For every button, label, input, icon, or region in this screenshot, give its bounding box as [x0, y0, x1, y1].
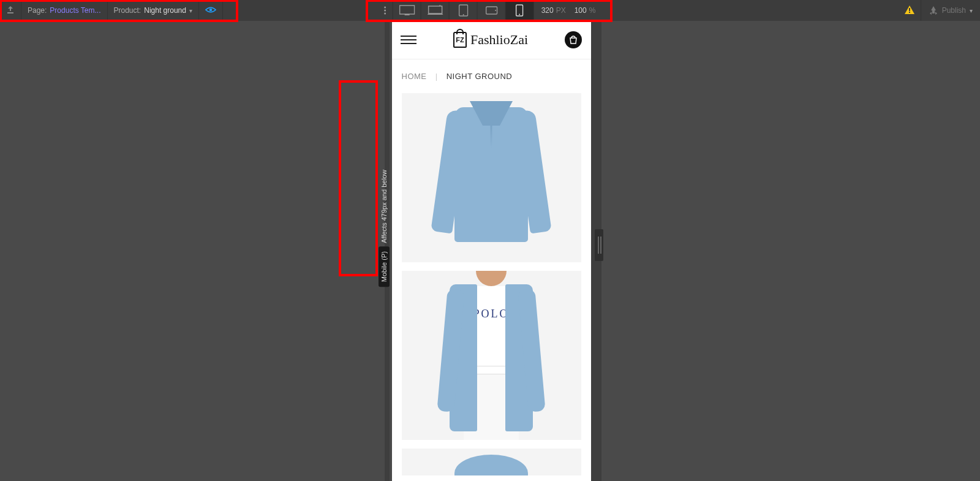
topbar-left-group: Page: Products Tem... Product: Night gro… [0, 0, 223, 21]
breakpoint-menu-button[interactable] [377, 0, 393, 21]
bag-icon [568, 36, 578, 44]
site-header: FZ FashlioZai [392, 21, 591, 59]
breakpoint-tablet[interactable] [450, 0, 478, 21]
rocket-icon [929, 6, 938, 15]
viewport-width-value: 320 [541, 6, 554, 15]
product-value: Night ground [144, 6, 186, 15]
upload-icon [6, 6, 15, 16]
breakpoint-name-badge: Mobile (P) [379, 246, 390, 287]
brand-mark-icon: FZ [453, 32, 467, 48]
breadcrumb-home-link[interactable]: HOME [402, 72, 427, 81]
breakpoint-desktop[interactable] [421, 0, 450, 21]
svg-point-10 [495, 10, 496, 11]
designer-topbar: Page: Products Tem... Product: Night gro… [0, 0, 980, 21]
chevron-down-icon: ▾ [970, 7, 973, 14]
breakpoint-indicator[interactable]: Affects 479px and below Mobile (P) [379, 166, 390, 287]
svg-point-1 [384, 7, 386, 9]
breadcrumb-current: NIGHT GROUND [447, 72, 513, 81]
viewport-width-unit: PX [556, 6, 566, 15]
eye-icon [205, 6, 216, 15]
publish-button[interactable]: Publish ▾ [921, 0, 980, 21]
breakpoint-affects-text: Affects 479px and below [379, 166, 390, 247]
tee-graphic-text: POLO [473, 308, 509, 320]
breadcrumb-separator: | [435, 72, 438, 81]
product-image-3[interactable] [402, 449, 581, 475]
svg-rect-14 [909, 12, 910, 13]
breadcrumb: HOME | NIGHT GROUND [392, 59, 591, 87]
hamburger-menu-button[interactable] [401, 36, 417, 44]
svg-point-12 [519, 14, 520, 15]
mobile-preview-frame: FZ FashlioZai HOME | NIGHT GROUND [392, 21, 591, 481]
page-value: Products Tem... [50, 6, 100, 15]
svg-point-8 [462, 14, 464, 15]
export-button[interactable] [0, 0, 21, 21]
brand-logo-link[interactable]: FZ FashlioZai [453, 32, 528, 48]
zoom-unit: % [589, 6, 596, 15]
breakpoint-switcher: 320 PX 100 % [377, 0, 603, 21]
svg-point-0 [209, 8, 213, 11]
svg-rect-13 [909, 8, 910, 11]
product-image-list: POLO [392, 87, 591, 475]
topbar-right-group: Publish ▾ [899, 0, 980, 21]
brand-name: FashlioZai [470, 32, 528, 48]
product-image-1[interactable] [402, 93, 581, 262]
model-illustration: POLO [430, 271, 552, 440]
design-canvas: Affects 479px and below Mobile (P) FZ Fa… [0, 21, 980, 481]
page-label: Page: [28, 6, 47, 15]
breakpoint-desktop-large[interactable] [393, 0, 421, 21]
canvas-resize-handle[interactable] [595, 229, 603, 261]
svg-rect-5 [404, 14, 409, 15]
warning-icon[interactable] [899, 6, 921, 16]
product-label: Product: [114, 6, 141, 15]
product-selector[interactable]: Product: Night ground ▾ [108, 0, 199, 21]
page-selector[interactable]: Page: Products Tem... [21, 0, 108, 21]
breakpoint-mobile-portrait[interactable] [506, 0, 534, 21]
chevron-down-icon: ▾ [189, 7, 192, 14]
svg-rect-6 [428, 6, 442, 13]
cardigan-illustration [436, 101, 546, 254]
svg-point-3 [384, 13, 386, 15]
breakpoint-mobile-landscape[interactable] [478, 0, 506, 21]
product-image-2[interactable]: POLO [402, 271, 581, 440]
preview-toggle[interactable] [199, 0, 223, 21]
svg-rect-4 [399, 6, 414, 14]
cart-button[interactable] [565, 31, 582, 48]
viewport-size-readout[interactable]: 320 PX 100 % [534, 6, 603, 15]
svg-point-2 [384, 10, 386, 12]
publish-label: Publish [942, 6, 966, 15]
zoom-value: 100 [575, 6, 587, 15]
